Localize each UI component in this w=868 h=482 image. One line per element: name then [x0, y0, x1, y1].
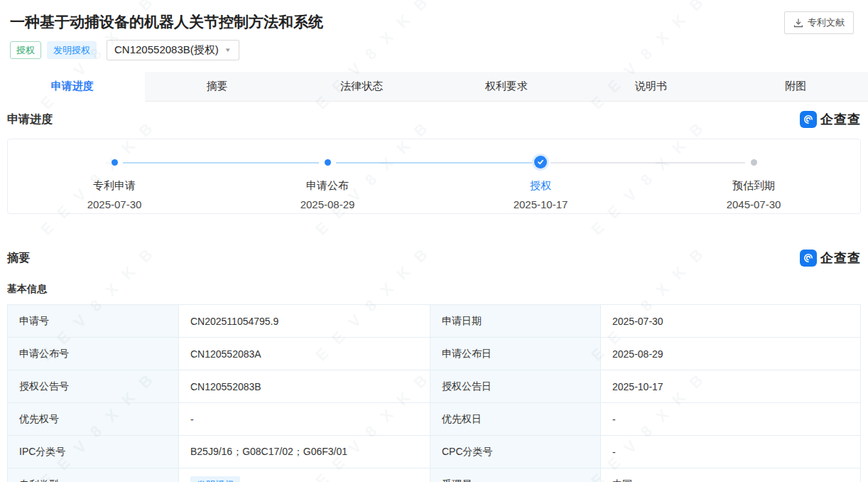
row-value: 发明授权 [179, 468, 430, 482]
tab-bar: 申请进度 摘要 法律状态 权利要求 说明书 附图 [0, 72, 868, 102]
basic-info-table: 申请号 CN202511054795.9 申请日期 2025-07-30 申请公… [7, 304, 861, 482]
tag-row: 授权 发明授权 CN120552083B(授权) ▼ [10, 40, 854, 60]
tab-description[interactable]: 说明书 [579, 72, 724, 101]
timeline-step-grant: 授权 2025-10-17 [434, 139, 647, 213]
table-row: 专利类型 发明授权 受理局 中国 [8, 468, 860, 482]
qichacha-brand: 企查查 [800, 111, 861, 128]
tab-claims[interactable]: 权利要求 [434, 72, 579, 101]
timeline-step-publication: 申请公布 2025-08-29 [221, 139, 434, 213]
chevron-down-icon: ▼ [224, 47, 232, 53]
page-title: 一种基于动捕设备的机器人关节控制方法和系统 [10, 13, 854, 31]
timeline-steps: 专利申请 2025-07-30 申请公布 2025-08-29 授权 2025-… [8, 139, 860, 213]
row-label: 授权公告号 [8, 370, 179, 402]
row-label: 申请公布日 [430, 338, 601, 370]
row-label: 申请号 [8, 305, 179, 337]
row-value: CN202511054795.9 [179, 305, 430, 337]
application-timeline: 专利申请 2025-07-30 申请公布 2025-08-29 授权 2025-… [7, 139, 861, 214]
download-icon [793, 18, 803, 28]
timeline-step-label: 授权 [530, 179, 551, 193]
timeline-dot [112, 159, 118, 166]
patent-header: 一种基于动捕设备的机器人关节控制方法和系统 授权 发明授权 CN12055208… [0, 0, 868, 60]
qichacha-brand-name: 企查查 [820, 250, 861, 267]
row-value: CN120552083B [179, 370, 430, 402]
row-label: IPC分类号 [8, 436, 179, 468]
tab-abstract[interactable]: 摘要 [145, 72, 290, 101]
timeline-step-label: 预估到期 [732, 179, 775, 193]
row-label: 专利类型 [8, 468, 179, 482]
version-dropdown[interactable]: CN120552083B(授权) ▼ [107, 40, 239, 60]
row-value: 中国 [601, 468, 860, 482]
row-value: - [179, 403, 430, 435]
tab-legal-status[interactable]: 法律状态 [289, 72, 434, 101]
row-label: 申请日期 [430, 305, 601, 337]
row-label: 授权公告日 [430, 370, 601, 402]
timeline-dot [751, 159, 757, 166]
timeline-step-date: 2025-10-17 [514, 198, 568, 210]
qichacha-brand: 企查查 [800, 250, 861, 267]
timeline-step-filing: 专利申请 2025-07-30 [8, 139, 221, 213]
check-circle-icon [534, 156, 547, 168]
row-value: B25J9/16；G08C17/02；G06F3/01 [179, 436, 430, 468]
version-dropdown-value: CN120552083B(授权) [114, 43, 219, 57]
progress-section-title: 申请进度 [7, 112, 53, 127]
timeline-step-label: 申请公布 [306, 179, 349, 193]
timeline-step-date: 2025-07-30 [87, 198, 142, 210]
timeline-step-date: 2045-07-30 [727, 198, 781, 210]
row-label: 优先权号 [8, 403, 179, 435]
patent-type-badge: 发明授权 [190, 476, 240, 482]
tab-application-progress[interactable]: 申请进度 [0, 72, 145, 102]
row-value: 2025-08-29 [601, 338, 860, 370]
abstract-section-title: 摘要 [7, 251, 30, 266]
progress-section-header: 申请进度 企查查 [7, 111, 861, 128]
timeline-step-label: 专利申请 [93, 179, 136, 193]
main-content: 申请进度 企查查 专利申请 2025-07-30 申请公布 20 [0, 111, 868, 482]
row-label: 受理局 [430, 468, 601, 482]
qichacha-logo-icon [800, 111, 817, 128]
timeline-step-estimated-expiry: 预估到期 2045-07-30 [647, 139, 860, 213]
row-label: 优先权日 [430, 403, 601, 435]
patent-document-button[interactable]: 专利文献 [784, 11, 854, 34]
tab-drawings[interactable]: 附图 [723, 72, 868, 101]
abstract-section-header: 摘要 企查查 [7, 250, 861, 267]
status-badge-granted: 授权 [10, 41, 41, 59]
table-row: IPC分类号 B25J9/16；G08C17/02；G06F3/01 CPC分类… [8, 436, 860, 468]
status-badge-invention: 发明授权 [47, 41, 97, 59]
qichacha-logo-icon [800, 250, 817, 267]
table-row: 授权公告号 CN120552083B 授权公告日 2025-10-17 [8, 370, 860, 403]
row-value: - [601, 403, 860, 435]
row-label: CPC分类号 [430, 436, 601, 468]
row-value: 2025-10-17 [601, 370, 860, 402]
table-row: 申请公布号 CN120552083A 申请公布日 2025-08-29 [8, 338, 860, 370]
row-label: 申请公布号 [8, 338, 179, 370]
basic-info-subtitle: 基本信息 [7, 283, 861, 296]
table-row: 申请号 CN202511054795.9 申请日期 2025-07-30 [8, 305, 860, 338]
timeline-dot [325, 159, 331, 166]
table-row: 优先权号 - 优先权日 - [8, 403, 860, 436]
row-value: - [601, 436, 860, 468]
qichacha-brand-name: 企查查 [820, 111, 861, 128]
timeline-step-date: 2025-08-29 [300, 198, 355, 210]
row-value: CN120552083A [179, 338, 430, 370]
row-value: 2025-07-30 [601, 305, 860, 337]
patent-document-label: 专利文献 [808, 16, 845, 29]
